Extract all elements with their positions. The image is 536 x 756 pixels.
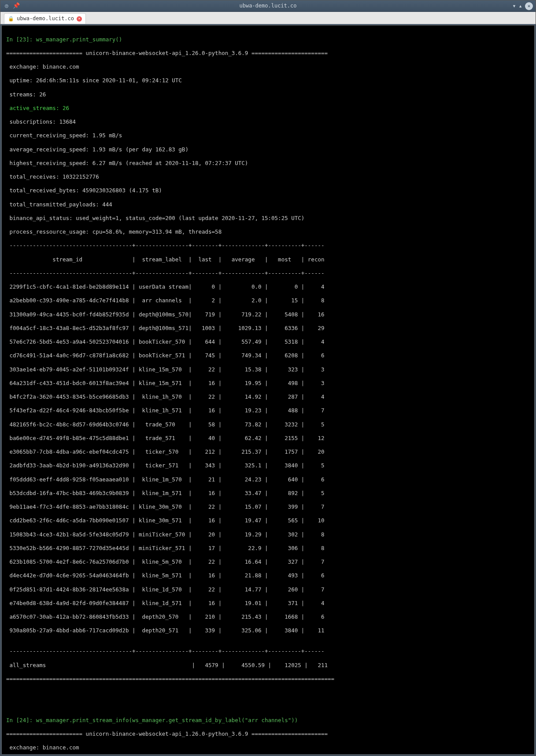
pin-icon[interactable]: 📌 xyxy=(13,3,20,10)
table-row: 2299f1c5-cbfc-4ca1-81ed-be2b8d89e114 | u… xyxy=(6,283,530,290)
summary-line: total_transmitted_payloads: 444 xyxy=(6,201,530,208)
table-sep: -------------------------------------+--… xyxy=(6,242,530,249)
tab-close-icon[interactable]: × xyxy=(77,16,82,22)
banner-line: ======================= unicorn-binance-… xyxy=(6,50,530,57)
table-row: b4fc2f2a-3620-4453-8345-b5ce96685db3 | k… xyxy=(6,393,530,400)
active-streams-line: active_streams: 26 xyxy=(6,105,530,112)
maximize-icon[interactable]: ▴ xyxy=(519,2,522,10)
summary-line: uptime: 26d:6h:5m:11s since 2020-11-01, … xyxy=(6,77,530,84)
table-row: 57e6c726-5bd5-4e53-a9a4-502523704016 | b… xyxy=(6,338,530,345)
app-window: ◎ 📌 ubwa-demo.lucit.co ▾ ▴ ✕ 🔒 ubwa-demo… xyxy=(0,0,536,756)
table-row: 5330e52b-b566-4290-8857-7270d35e445d | m… xyxy=(6,545,530,552)
ipython-prompt: In [23]: ws_manager.print_summary() xyxy=(6,36,122,43)
summary-line: binance_api_status: used_weight=1, statu… xyxy=(6,215,530,222)
summary-line: process_ressource_usage: cpu=58.6%, memo… xyxy=(6,228,530,235)
table-row: 623b1085-5700-4e2f-8e6c-76a25706d7b0 | k… xyxy=(6,558,530,565)
lock-icon: 🔒 xyxy=(8,16,14,22)
browser-tabbar: 🔒 ubwa-demo.lucit.co × xyxy=(0,12,536,24)
close-icon[interactable]: ✕ xyxy=(525,2,533,10)
table-row: 15083b43-4ce3-42b1-8a5d-5fe348c05d79 | m… xyxy=(6,531,530,538)
table-row: cd76c491-51a4-4a0c-96d7-c878f1a8c682 | b… xyxy=(6,352,530,359)
table-sep: -------------------------------------+--… xyxy=(6,648,530,655)
ipython-prompt: In [24]: ws_manager.print_stream_info(ws… xyxy=(6,717,298,723)
table-row: 2adbfd33-3aab-4b2d-b190-a49136a32d90 | t… xyxy=(6,462,530,469)
browser-tab[interactable]: 🔒 ubwa-demo.lucit.co × xyxy=(4,13,86,24)
table-sep: -------------------------------------+--… xyxy=(6,270,530,277)
table-totals: all_streams | 4579 | 4550.59 | 12025 | 2… xyxy=(6,662,530,669)
minimize-icon[interactable]: ▾ xyxy=(512,2,516,10)
summary-line: highest_receiving_speed: 6.27 mB/s (reac… xyxy=(6,160,530,167)
tab-label: ubwa-demo.lucit.co xyxy=(17,15,74,22)
table-row: b53dcdbd-16fa-47bc-bb83-469b3c9b0839 | k… xyxy=(6,490,530,497)
table-row: e3065bb7-7cb8-4dba-a96c-ebef04cdc475 | t… xyxy=(6,448,530,455)
summary-line: average_receiving_speed: 1.93 mB/s (per … xyxy=(6,146,530,153)
summary-line: subscriptions: 13684 xyxy=(6,118,530,125)
table-row: cdd2be63-2f6c-4d6c-a5da-7bb090e01507 | k… xyxy=(6,517,530,524)
summary-line: total_receives: 10322152776 xyxy=(6,173,530,180)
window-title: ubwa-demo.lucit.co xyxy=(38,3,498,9)
table-row: 9eb11ae4-f7c3-4dfe-8853-ae7bb318084c | k… xyxy=(6,503,530,510)
eq-line: ========================================… xyxy=(6,675,530,683)
summary-line: total_received_bytes: 4590230326803 (4.1… xyxy=(6,187,530,194)
info-line: exchange: binance.com xyxy=(6,744,530,751)
table-row: 930a805b-27a9-4bbd-abb6-717cacd09d2b | d… xyxy=(6,627,530,634)
banner-line: ======================= unicorn-binance-… xyxy=(6,730,530,738)
table-row: d4ec442e-d7d0-4c6e-9265-54a0463464fb | k… xyxy=(6,572,530,579)
app-icon: ◎ xyxy=(3,3,10,10)
table-row: a2bebb00-c393-490e-a785-4dc7e7f414b8 | a… xyxy=(6,297,530,304)
table-row: 5f43ef2a-d22f-46c4-9246-843bcb50f5be | k… xyxy=(6,407,530,414)
terminal-pane[interactable]: In [23]: ws_manager.print_summary() ====… xyxy=(1,25,535,755)
table-row: ba6e00ce-d745-49f8-b85e-475c5d88dbe1 | t… xyxy=(6,435,530,442)
window-titlebar[interactable]: ◎ 📌 ubwa-demo.lucit.co ▾ ▴ ✕ xyxy=(0,0,536,12)
table-row: 31300a09-49ca-4435-bc0f-fd4b852f935d | d… xyxy=(6,311,530,318)
table-row: f004a5cf-18c3-43a8-8ec5-d52b3af8fc97 | d… xyxy=(6,325,530,332)
summary-line: current_receiving_speed: 1.95 mB/s xyxy=(6,132,530,139)
table-row: 64a231df-c433-451d-bdc0-6013f8ac39e4 | k… xyxy=(6,380,530,387)
table-header: stream_id | stream_label | last | averag… xyxy=(6,256,530,263)
table-row: 0f25d851-87d1-4424-8b36-28174ee5638a | k… xyxy=(6,586,530,593)
summary-line: exchange: binance.com xyxy=(6,63,530,70)
table-row: 482165f6-bc2c-4b8c-8d57-69d64b3c0746 | t… xyxy=(6,421,530,428)
table-row: f05ddd63-eeff-4dd8-9258-f05aeaaea010 | k… xyxy=(6,476,530,483)
table-row: 303ae1e4-eb79-4045-a2ef-51101b09324f | k… xyxy=(6,366,530,373)
table-row: e74be0d8-638d-4a9d-82fd-09d0fe384487 | k… xyxy=(6,600,530,607)
summary-line: streams: 26 xyxy=(6,91,530,98)
table-row: a6570c07-30ab-412a-bb72-860843fb5d33 | d… xyxy=(6,613,530,620)
